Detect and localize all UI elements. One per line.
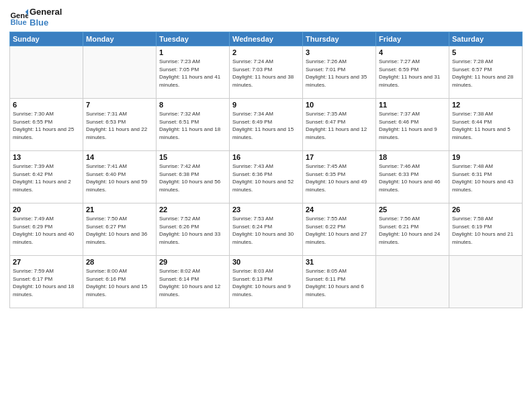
day-number: 4 <box>379 48 446 56</box>
logo-name: General Blue <box>30 7 62 28</box>
calendar-cell: 31Sunrise: 8:05 AM Sunset: 6:11 PM Dayli… <box>303 256 376 308</box>
day-info: Sunrise: 7:42 AM Sunset: 6:38 PM Dayligh… <box>159 163 226 193</box>
calendar-cell: 3Sunrise: 7:26 AM Sunset: 7:01 PM Daylig… <box>303 46 376 99</box>
day-info: Sunrise: 7:38 AM Sunset: 6:44 PM Dayligh… <box>452 110 519 141</box>
day-info: Sunrise: 7:59 AM Sunset: 6:17 PM Dayligh… <box>13 267 80 298</box>
day-info: Sunrise: 7:26 AM Sunset: 7:01 PM Dayligh… <box>306 58 373 89</box>
calendar-cell: 23Sunrise: 7:53 AM Sunset: 6:24 PM Dayli… <box>230 203 303 256</box>
day-number: 25 <box>379 205 446 214</box>
day-info: Sunrise: 7:48 AM Sunset: 6:31 PM Dayligh… <box>452 163 519 193</box>
calendar-cell: 25Sunrise: 7:56 AM Sunset: 6:21 PM Dayli… <box>376 203 449 256</box>
calendar-cell: 24Sunrise: 7:55 AM Sunset: 6:22 PM Dayli… <box>303 203 376 256</box>
calendar-cell: 21Sunrise: 7:50 AM Sunset: 6:27 PM Dayli… <box>83 203 157 256</box>
day-number: 27 <box>13 258 80 266</box>
day-number: 24 <box>306 205 373 214</box>
day-number: 13 <box>13 153 80 161</box>
day-info: Sunrise: 8:03 AM Sunset: 6:13 PM Dayligh… <box>232 267 300 298</box>
week-row-3: 13Sunrise: 7:39 AM Sunset: 6:42 PM Dayli… <box>10 151 523 203</box>
week-row-2: 6Sunrise: 7:30 AM Sunset: 6:55 PM Daylig… <box>10 99 523 151</box>
day-number: 18 <box>379 153 446 161</box>
calendar-cell: 13Sunrise: 7:39 AM Sunset: 6:42 PM Dayli… <box>10 151 83 203</box>
day-info: Sunrise: 7:53 AM Sunset: 6:24 PM Dayligh… <box>232 215 300 246</box>
day-info: Sunrise: 7:55 AM Sunset: 6:22 PM Dayligh… <box>306 215 373 246</box>
day-info: Sunrise: 7:37 AM Sunset: 6:46 PM Dayligh… <box>379 110 446 141</box>
calendar-cell: 8Sunrise: 7:32 AM Sunset: 6:51 PM Daylig… <box>157 99 230 151</box>
logo: General Blue General Blue <box>9 7 62 28</box>
day-number: 15 <box>159 153 226 161</box>
calendar-cell: 11Sunrise: 7:37 AM Sunset: 6:46 PM Dayli… <box>376 99 449 151</box>
week-row-5: 27Sunrise: 7:59 AM Sunset: 6:17 PM Dayli… <box>10 256 523 308</box>
calendar-cell <box>449 256 523 308</box>
day-number: 28 <box>86 258 153 266</box>
calendar-cell: 19Sunrise: 7:48 AM Sunset: 6:31 PM Dayli… <box>449 151 523 203</box>
day-number: 2 <box>232 48 300 56</box>
day-info: Sunrise: 7:58 AM Sunset: 6:19 PM Dayligh… <box>452 215 519 246</box>
day-info: Sunrise: 8:02 AM Sunset: 6:14 PM Dayligh… <box>159 267 226 298</box>
day-info: Sunrise: 7:46 AM Sunset: 6:33 PM Dayligh… <box>379 163 446 193</box>
calendar-cell: 17Sunrise: 7:45 AM Sunset: 6:35 PM Dayli… <box>303 151 376 203</box>
day-info: Sunrise: 7:30 AM Sunset: 6:55 PM Dayligh… <box>13 110 80 141</box>
calendar-cell: 26Sunrise: 7:58 AM Sunset: 6:19 PM Dayli… <box>449 203 523 256</box>
day-number: 7 <box>86 101 153 109</box>
calendar-cell: 10Sunrise: 7:35 AM Sunset: 6:47 PM Dayli… <box>303 99 376 151</box>
calendar-cell: 14Sunrise: 7:41 AM Sunset: 6:40 PM Dayli… <box>83 151 157 203</box>
day-info: Sunrise: 7:31 AM Sunset: 6:53 PM Dayligh… <box>86 110 153 141</box>
day-info: Sunrise: 7:52 AM Sunset: 6:26 PM Dayligh… <box>159 215 226 246</box>
calendar-cell: 15Sunrise: 7:42 AM Sunset: 6:38 PM Dayli… <box>157 151 230 203</box>
calendar-cell: 7Sunrise: 7:31 AM Sunset: 6:53 PM Daylig… <box>83 99 157 151</box>
day-info: Sunrise: 7:23 AM Sunset: 7:05 PM Dayligh… <box>159 58 226 89</box>
day-number: 14 <box>86 153 153 161</box>
day-number: 29 <box>159 258 226 266</box>
calendar-cell: 30Sunrise: 8:03 AM Sunset: 6:13 PM Dayli… <box>230 256 303 308</box>
day-number: 23 <box>232 205 300 214</box>
day-info: Sunrise: 7:49 AM Sunset: 6:29 PM Dayligh… <box>13 215 80 246</box>
day-info: Sunrise: 7:24 AM Sunset: 7:03 PM Dayligh… <box>232 58 300 89</box>
svg-text:Blue: Blue <box>10 18 26 26</box>
day-info: Sunrise: 7:27 AM Sunset: 6:59 PM Dayligh… <box>379 58 446 89</box>
column-header-sunday: Sunday <box>10 32 83 46</box>
page: General Blue General Blue SundayMondayTu… <box>0 0 532 411</box>
calendar-cell: 28Sunrise: 8:00 AM Sunset: 6:16 PM Dayli… <box>83 256 157 308</box>
day-number: 31 <box>306 258 373 266</box>
header: General Blue General Blue <box>9 7 523 28</box>
calendar-cell <box>10 46 83 99</box>
day-number: 12 <box>452 101 519 109</box>
day-number: 3 <box>306 48 373 56</box>
day-info: Sunrise: 7:35 AM Sunset: 6:47 PM Dayligh… <box>306 110 373 141</box>
column-header-friday: Friday <box>376 32 449 46</box>
day-number: 5 <box>452 48 519 56</box>
day-info: Sunrise: 8:00 AM Sunset: 6:16 PM Dayligh… <box>86 267 153 298</box>
header-row: SundayMondayTuesdayWednesdayThursdayFrid… <box>10 32 523 46</box>
calendar-table: SundayMondayTuesdayWednesdayThursdayFrid… <box>9 32 523 308</box>
day-number: 1 <box>159 48 226 56</box>
column-header-monday: Monday <box>83 32 157 46</box>
day-number: 21 <box>86 205 153 214</box>
column-header-tuesday: Tuesday <box>157 32 230 46</box>
calendar-cell: 27Sunrise: 7:59 AM Sunset: 6:17 PM Dayli… <box>10 256 83 308</box>
day-number: 20 <box>13 205 80 214</box>
calendar-cell: 22Sunrise: 7:52 AM Sunset: 6:26 PM Dayli… <box>157 203 230 256</box>
day-info: Sunrise: 7:41 AM Sunset: 6:40 PM Dayligh… <box>86 163 153 193</box>
day-info: Sunrise: 7:32 AM Sunset: 6:51 PM Dayligh… <box>159 110 226 141</box>
calendar-cell: 20Sunrise: 7:49 AM Sunset: 6:29 PM Dayli… <box>10 203 83 256</box>
day-info: Sunrise: 7:34 AM Sunset: 6:49 PM Dayligh… <box>232 110 300 141</box>
day-number: 10 <box>306 101 373 109</box>
week-row-1: 1Sunrise: 7:23 AM Sunset: 7:05 PM Daylig… <box>10 46 523 99</box>
day-number: 19 <box>452 153 519 161</box>
day-number: 6 <box>13 101 80 109</box>
week-row-4: 20Sunrise: 7:49 AM Sunset: 6:29 PM Dayli… <box>10 203 523 256</box>
day-info: Sunrise: 7:45 AM Sunset: 6:35 PM Dayligh… <box>306 163 373 193</box>
calendar-cell: 29Sunrise: 8:02 AM Sunset: 6:14 PM Dayli… <box>157 256 230 308</box>
calendar-cell <box>376 256 449 308</box>
calendar-cell <box>83 46 157 99</box>
calendar-cell: 6Sunrise: 7:30 AM Sunset: 6:55 PM Daylig… <box>10 99 83 151</box>
day-number: 11 <box>379 101 446 109</box>
day-number: 30 <box>232 258 300 266</box>
day-number: 17 <box>306 153 373 161</box>
calendar-cell: 5Sunrise: 7:28 AM Sunset: 6:57 PM Daylig… <box>449 46 523 99</box>
day-info: Sunrise: 8:05 AM Sunset: 6:11 PM Dayligh… <box>306 267 373 298</box>
calendar-cell: 1Sunrise: 7:23 AM Sunset: 7:05 PM Daylig… <box>157 46 230 99</box>
day-info: Sunrise: 7:50 AM Sunset: 6:27 PM Dayligh… <box>86 215 153 246</box>
column-header-saturday: Saturday <box>449 32 523 46</box>
day-number: 22 <box>159 205 226 214</box>
